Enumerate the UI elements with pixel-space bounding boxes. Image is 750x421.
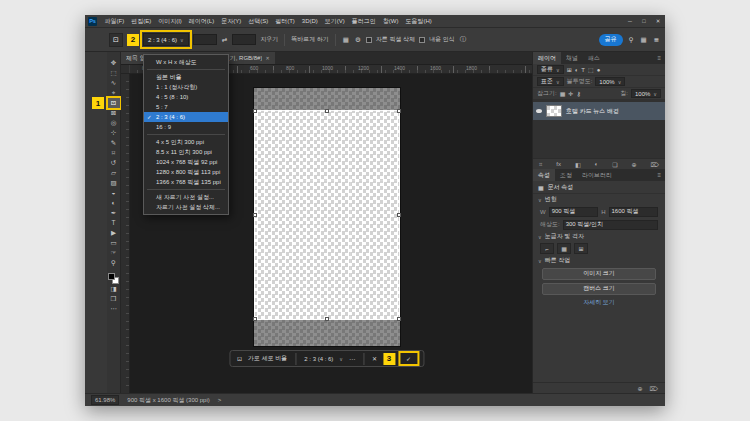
menu-item-4x5-300ppi[interactable]: 4 x 5 인치 300 ppi <box>144 137 228 147</box>
tab-channels[interactable]: 채널 <box>561 52 583 64</box>
crop-handle-bottom[interactable] <box>325 317 329 321</box>
crop-bounding-box[interactable] <box>254 110 400 320</box>
healing-brush-tool[interactable]: ⊹ <box>108 128 120 138</box>
pen-tool[interactable]: ✒ <box>108 208 120 218</box>
filter-smartobject-icon[interactable]: ● <box>597 67 601 73</box>
image-size-button[interactable]: 이미지 크기 <box>542 268 656 280</box>
quick-actions-section-header[interactable]: ∨ 빠른 작업 <box>533 255 665 266</box>
grid-toggle-icon[interactable]: ▦ <box>557 243 571 254</box>
menu-3d[interactable]: 3D(D) <box>298 18 321 24</box>
menu-layer[interactable]: 레이어(L) <box>185 17 217 26</box>
hand-tool[interactable]: ☞ <box>108 248 120 258</box>
canvas-size-button[interactable]: 캔버스 크기 <box>542 283 656 295</box>
delete-layer-icon[interactable]: ⌦ <box>651 161 659 168</box>
transform-section-header[interactable]: ∨ 변형 <box>533 194 665 205</box>
blur-tool[interactable]: ◒ <box>108 188 120 198</box>
dodge-tool[interactable]: ◐ <box>108 198 120 208</box>
close-button[interactable]: ✕ <box>651 15 665 28</box>
foreground-color-swatch[interactable] <box>108 273 115 280</box>
layer-mask-icon[interactable]: ◧ <box>575 161 581 168</box>
lasso-tool[interactable]: ∿ <box>108 78 120 88</box>
menu-file[interactable]: 파일(F) <box>101 17 128 26</box>
menu-filter[interactable]: 필터(T) <box>272 17 299 26</box>
tab-layers[interactable]: 레이어 <box>533 52 561 64</box>
overlay-options-icon[interactable]: ▦ <box>342 36 350 44</box>
menu-view[interactable]: 보기(V) <box>321 17 348 26</box>
menu-item-original-ratio[interactable]: 원본 비율 <box>144 72 228 82</box>
filter-type-dropdown[interactable]: 종류∨ <box>537 65 564 74</box>
tab-properties[interactable]: 속성 <box>533 169 555 181</box>
clone-stamp-tool[interactable]: ⌑ <box>108 148 120 158</box>
menu-item-1024x768[interactable]: 1024 x 768 픽셀 92 ppi <box>144 157 228 167</box>
opacity-dropdown[interactable]: 100%∨ <box>595 77 625 86</box>
share-button[interactable]: 공유 <box>599 34 623 46</box>
new-layer-icon[interactable]: ⊕ <box>632 161 637 168</box>
minimize-button[interactable]: ─ <box>623 15 637 28</box>
tab-close-icon[interactable]: ✕ <box>265 55 269 61</box>
menu-item-2-3-selected[interactable]: ✓ 2 : 3 (4 : 6) <box>144 112 228 122</box>
menu-window[interactable]: 창(W) <box>379 17 402 26</box>
rulers-grid-section-header[interactable]: ∨ 눈금자 및 격자 <box>533 231 665 242</box>
edit-toolbar-icon[interactable]: ⋯ <box>108 304 120 314</box>
layer-thumbnail[interactable] <box>546 105 562 117</box>
blend-mode-dropdown[interactable]: 표준∨ <box>537 77 564 86</box>
lock-transparency-icon[interactable]: ▦ <box>560 90 566 97</box>
crop-tool[interactable]: ⊡ <box>108 98 120 108</box>
type-tool[interactable]: T <box>108 218 120 228</box>
filter-pixel-icon[interactable]: ⊞ <box>567 66 572 73</box>
crop-handle-left[interactable] <box>253 213 257 217</box>
lock-position-icon[interactable]: ✛ <box>568 90 573 97</box>
taskbar-ratio-dropdown[interactable]: 2 : 3 (4 : 6) <box>304 356 333 362</box>
maximize-button[interactable]: □ <box>637 15 651 28</box>
screen-mode-icon[interactable]: ❐ <box>108 294 120 304</box>
aspect-ratio-dropdown[interactable]: 2 : 3 (4 : 6) ∨ <box>143 33 189 46</box>
move-tool[interactable]: ✥ <box>108 58 120 68</box>
tab-libraries[interactable]: 라이브러리 <box>577 169 617 181</box>
crop-handle-bottom-right[interactable] <box>397 317 401 321</box>
menu-item-5-7[interactable]: 5 : 7 <box>144 102 228 112</box>
layer-row-selected[interactable]: 호텔 카드 뉴스 배경 <box>533 102 665 120</box>
menu-item-8x11-300ppi[interactable]: 8.5 x 11 인치 300 ppi <box>144 147 228 157</box>
crop-handle-top-right[interactable] <box>397 109 401 113</box>
filter-shape-icon[interactable]: ⬚ <box>588 66 594 73</box>
cancel-crop-icon[interactable]: ✕ <box>372 355 377 362</box>
menu-type[interactable]: 문자(Y) <box>218 17 245 26</box>
menu-item-4-5[interactable]: 4 : 5 (8 : 10) <box>144 92 228 102</box>
delete-cropped-pixels-checkbox[interactable] <box>366 37 372 43</box>
content-aware-checkbox[interactable] <box>419 37 425 43</box>
panel-menu-icon[interactable]: ≡ <box>653 169 665 181</box>
resolution-field[interactable]: 300 픽셀/인치 <box>563 220 658 230</box>
workspace-grid-icon[interactable]: ▦ <box>639 36 647 44</box>
panel-menu-icon[interactable]: ≣ <box>653 36 660 44</box>
menu-item-new-crop-preset[interactable]: 새 자르기 사전 설정... <box>144 192 228 202</box>
status-chevron-icon[interactable]: > <box>218 397 222 403</box>
zoom-level-field[interactable]: 61.98% <box>91 395 119 405</box>
search-icon[interactable]: ⚲ <box>628 36 635 44</box>
lock-all-icon[interactable]: ⚷ <box>576 90 580 97</box>
crop-settings-gear-icon[interactable]: ⚙ <box>354 36 362 44</box>
link-layers-icon[interactable]: ⌗ <box>539 161 542 168</box>
more-options-icon[interactable]: ⋯ <box>349 355 355 362</box>
visibility-eye-icon[interactable] <box>536 109 542 113</box>
info-icon[interactable]: ⓘ <box>459 35 468 44</box>
menu-item-16-9[interactable]: 16 : 9 <box>144 122 228 132</box>
menu-item-delete-crop-preset[interactable]: 자르기 사전 설정 삭제... <box>144 202 228 212</box>
straighten-button[interactable]: 똑바르게 하기 <box>291 35 329 44</box>
shape-tool[interactable]: ▭ <box>108 238 120 248</box>
object-selection-tool[interactable]: ⌖ <box>108 88 120 98</box>
menu-item-1280x800[interactable]: 1280 x 800 픽셀 113 ppi <box>144 167 228 177</box>
quick-mask-icon[interactable]: ◨ <box>108 284 120 294</box>
commit-crop-button[interactable]: ✓ <box>401 354 416 363</box>
crop-height-field[interactable] <box>232 34 256 45</box>
add-icon[interactable]: ⊕ <box>637 385 642 392</box>
width-field[interactable]: 900 픽셀 <box>549 207 599 217</box>
history-brush-tool[interactable]: ↺ <box>108 158 120 168</box>
menu-select[interactable]: 선택(S) <box>245 17 272 26</box>
menu-item-1-1[interactable]: 1 : 1 (정사각형) <box>144 82 228 92</box>
layer-style-fx-icon[interactable]: fx <box>556 161 561 167</box>
menu-item-wxh-resolution[interactable]: W x H x 해상도 <box>144 57 228 67</box>
eyedropper-tool[interactable]: ◎ <box>108 118 120 128</box>
active-tool-icon[interactable]: ⊡ <box>109 33 123 47</box>
fill-dropdown[interactable]: 100%∨ <box>631 89 661 98</box>
tab-paths[interactable]: 패스 <box>583 52 605 64</box>
